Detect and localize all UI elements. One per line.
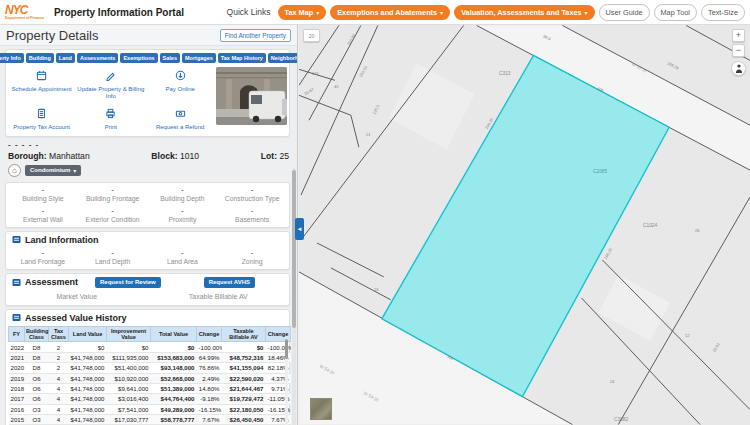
menu-button-tax-map[interactable]: Tax Map▾	[278, 5, 327, 20]
tab-assessments[interactable]: Assessments	[77, 53, 118, 63]
avh-row: 2017O64$41,748,000$3,016,400$44,764,400-…	[9, 394, 291, 404]
building-fields: -Building Style-Building Frontage-Buildi…	[6, 183, 289, 227]
caret-down-icon: ▾	[440, 9, 443, 16]
field-label: Building Style	[8, 195, 78, 202]
header-button-map-tool[interactable]: Map Tool	[654, 4, 697, 21]
avh-section-title: Assessed Value History	[25, 313, 127, 323]
avh-column-header: Tax Class	[49, 326, 69, 342]
action-request-a-refund[interactable]: Request a Refund	[147, 105, 214, 131]
avh-cell: -9.18%	[197, 394, 222, 404]
bbl-row: Borough: Manhattan Block: 1010 Lot: 25	[8, 151, 289, 161]
menu-button-exemptions-and-abatements[interactable]: Exemptions and Abatements▾	[330, 5, 450, 20]
field-label: Exterior Condition	[78, 216, 148, 223]
avh-cell: D8	[25, 342, 49, 352]
avh-column-header: FY	[9, 326, 25, 342]
property-details-panel: Property Details Find Another Property P…	[0, 25, 298, 425]
field-land-area: -Land Area	[148, 248, 218, 265]
action-label: Update Property & Billing Info	[77, 86, 144, 100]
avh-cell: $22,180,050	[222, 404, 266, 414]
request-for-review-button[interactable]: Request for Review	[95, 277, 161, 288]
action-pay-online[interactable]: Pay Online	[147, 67, 214, 100]
header-button-text-size[interactable]: Text-Size	[701, 4, 745, 21]
tab-property-info[interactable]: Property Info	[0, 53, 24, 63]
action-print[interactable]: Print	[77, 105, 144, 131]
field-label: Construction Type	[217, 195, 287, 202]
avh-cell: 2019	[9, 373, 25, 383]
panel-collapse-handle[interactable]: ◂	[295, 218, 304, 240]
map-parcel-label: C313	[499, 71, 510, 76]
field-external-wall: -External Wall	[8, 206, 78, 223]
avh-cell: $7,541,000	[107, 404, 151, 414]
avh-cell: $41,748,000	[69, 383, 107, 393]
field-label: Land Depth	[78, 258, 148, 265]
avh-cell: -16.15%	[197, 404, 222, 414]
avh-cell: 2022	[9, 342, 25, 352]
field-construction-type: -Construction Type	[217, 185, 287, 202]
field-proximity: -Proximity	[148, 206, 218, 223]
lot-label: Lot:	[261, 151, 277, 161]
table-scrollbar-thumb[interactable]	[285, 339, 288, 359]
building-card: -Building Style-Building Frontage-Buildi…	[5, 182, 290, 228]
map-zoom-in-button[interactable]: +	[732, 29, 745, 42]
request-avhs-button[interactable]: Request AVHS	[204, 277, 255, 288]
pay-icon	[175, 67, 186, 85]
table-scrollbar[interactable]	[285, 338, 288, 425]
avh-cell: $41,748,000	[69, 394, 107, 404]
field-value: -	[8, 185, 78, 194]
panel-scrollbar[interactable]	[292, 168, 296, 425]
field-label: Building Depth	[148, 195, 218, 202]
avh-section-header: Assessed Value History	[6, 310, 289, 324]
avh-cell: O3	[25, 415, 49, 425]
land-fields: -Land Frontage-Land Depth-Land Area-Zoni…	[6, 246, 289, 269]
tab-exemptions[interactable]: Exemptions	[120, 53, 157, 63]
nyc-logo[interactable]: NYC Department of Finance	[5, 5, 44, 20]
quick-links-menus: Tax Map▾Exemptions and Abatements▾Valuat…	[278, 5, 595, 20]
action-update-property-billing-info[interactable]: Update Property & Billing Info	[77, 67, 144, 100]
property-type-label: Condominium	[30, 167, 70, 173]
mini-map-thumbnail[interactable]	[310, 398, 332, 420]
menu-button-valuation-assessments-and-taxes[interactable]: Valuation, Assessments and Taxes▾	[454, 5, 594, 20]
map-parcel-label: 26	[695, 228, 699, 233]
calendar-icon	[36, 67, 47, 85]
avh-cell: 76.86%	[197, 363, 222, 373]
find-another-property-button[interactable]: Find Another Property	[220, 29, 291, 42]
map-parcel-label: C1024	[643, 223, 657, 228]
avh-cell: 4	[49, 373, 69, 383]
avh-cell: $10,920,000	[107, 373, 151, 383]
panel-scrollbar-thumb[interactable]	[292, 170, 296, 328]
property-photo[interactable]	[216, 67, 287, 125]
header-button-user-guide[interactable]: User Guide	[599, 4, 650, 21]
property-type-badge[interactable]: Condominium ▾	[25, 165, 81, 176]
assessment-card: Assessment Request for Review Request AV…	[5, 273, 290, 306]
document-icon	[36, 105, 47, 123]
avh-cell: 64.99%	[197, 352, 222, 362]
tax-map[interactable]	[299, 25, 750, 425]
tab-land[interactable]: Land	[56, 53, 75, 63]
avh-cell: $0	[222, 342, 266, 352]
borough-value: Manhattan	[49, 151, 90, 161]
avh-cell: D8	[25, 363, 49, 373]
field-zoning: -Zoning	[217, 248, 287, 265]
map-parcel-label: 24	[374, 287, 378, 292]
tab-tax-map-history[interactable]: Tax Map History	[218, 53, 266, 63]
avh-cell: O6	[25, 383, 49, 393]
avh-cell: $0	[69, 342, 107, 352]
tab-building[interactable]: Building	[26, 53, 54, 63]
caret-down-icon: ▾	[73, 167, 76, 174]
avh-column-header: Total Value	[151, 326, 197, 342]
tab-mortgages[interactable]: Mortgages	[182, 53, 216, 63]
tab-neighborhood[interactable]: Neighborhood	[268, 53, 298, 63]
action-schedule-appointment[interactable]: Schedule Appointment	[8, 67, 75, 100]
field-building-style: -Building Style	[8, 185, 78, 202]
avh-row: 2022D82$0$0$0-100.00%$0-100.00%	[9, 342, 291, 352]
tab-sales[interactable]: Sales	[160, 53, 180, 63]
avh-cell: $26,450,450	[222, 415, 266, 425]
avh-cell: $0	[107, 342, 151, 352]
action-property-tax-account[interactable]: Property Tax Account	[8, 105, 75, 131]
menu-label: Valuation, Assessments and Taxes	[461, 8, 581, 17]
nyc-logo-subtext: Department of Finance	[5, 16, 44, 20]
map-parcel-label: C3082	[614, 417, 628, 422]
map-locate-button[interactable]	[731, 61, 746, 76]
field-value: -	[217, 206, 287, 215]
map-zoom-out-button[interactable]: −	[732, 44, 745, 57]
